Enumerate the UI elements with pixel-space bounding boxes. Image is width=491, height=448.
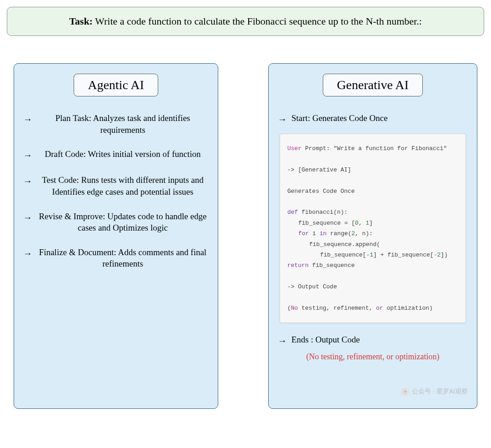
code-line: fib_sequence[-1] + fib_sequence[-2]): [287, 250, 458, 260]
cards-row: Agentic AI → Plan Task: Analyzes task an…: [7, 63, 484, 409]
step-text: Plan Task: Analyzes task and identifies …: [37, 112, 209, 136]
wechat-icon: ✦: [401, 388, 409, 396]
arrow-icon: →: [278, 335, 287, 347]
code-box: User Prompt: "Write a function for Fibon…: [280, 134, 466, 323]
step-text: Test Code: Runs tests with different inp…: [37, 174, 209, 197]
step-text: Revise & Improve: Updates code to handle…: [37, 211, 209, 234]
arrow-icon: →: [23, 175, 32, 187]
start-text: Start: Generates Code Once: [291, 112, 468, 124]
step-text: Finalize & Document: Adds comments and f…: [37, 247, 209, 270]
watermark-text: 公众号 · 星罗AI观察: [412, 388, 468, 396]
code-line: for i in range(2, n):: [287, 228, 458, 239]
generative-ends: → Ends : Output Code: [278, 334, 468, 347]
step-text: Draft Code: Writes initial version of fu…: [37, 148, 209, 160]
code-line: return fib_sequence: [287, 260, 458, 271]
code-line: def fibonacci(n):: [287, 207, 458, 217]
code-line: (No testing, refinement, or optimization…: [287, 303, 458, 313]
generative-note: (No testing, refinement, or optimization…: [278, 352, 468, 362]
task-box: Task: Write a code function to calculate…: [7, 7, 484, 36]
arrow-icon: →: [23, 149, 32, 161]
code-line: -> [Generative AI]: [287, 165, 458, 175]
agentic-card: Agentic AI → Plan Task: Analyzes task an…: [14, 63, 218, 409]
arrow-icon: →: [23, 247, 32, 260]
watermark: ✦ 公众号 · 星罗AI观察: [401, 388, 468, 396]
generative-start: → Start: Generates Code Once: [278, 112, 468, 126]
code-line: Generates Code Once: [287, 186, 458, 196]
agentic-step: → Revise & Improve: Updates code to hand…: [23, 211, 209, 234]
arrow-icon: →: [278, 113, 287, 126]
ends-text: Ends : Output Code: [291, 334, 468, 346]
task-text: Write a code function to calculate the F…: [95, 15, 422, 27]
code-line: -> Output Code: [287, 282, 458, 292]
arrow-icon: →: [23, 113, 32, 126]
code-line: User Prompt: "Write a function for Fibon…: [287, 143, 458, 154]
agentic-step: → Draft Code: Writes initial version of …: [23, 148, 209, 161]
generative-card: Generative AI → Start: Generates Code On…: [268, 63, 477, 409]
code-line: fib_sequence = [0, 1]: [287, 218, 458, 228]
task-label: Task:: [69, 15, 93, 27]
generative-title: Generative AI: [323, 74, 423, 96]
agentic-step: → Test Code: Runs tests with different i…: [23, 174, 209, 197]
agentic-title: Agentic AI: [74, 74, 158, 96]
arrow-icon: →: [23, 211, 32, 224]
code-line: fib_sequence.append(: [287, 239, 458, 250]
agentic-step: → Finalize & Document: Adds comments and…: [23, 247, 209, 270]
agentic-step: → Plan Task: Analyzes task and identifie…: [23, 112, 209, 136]
